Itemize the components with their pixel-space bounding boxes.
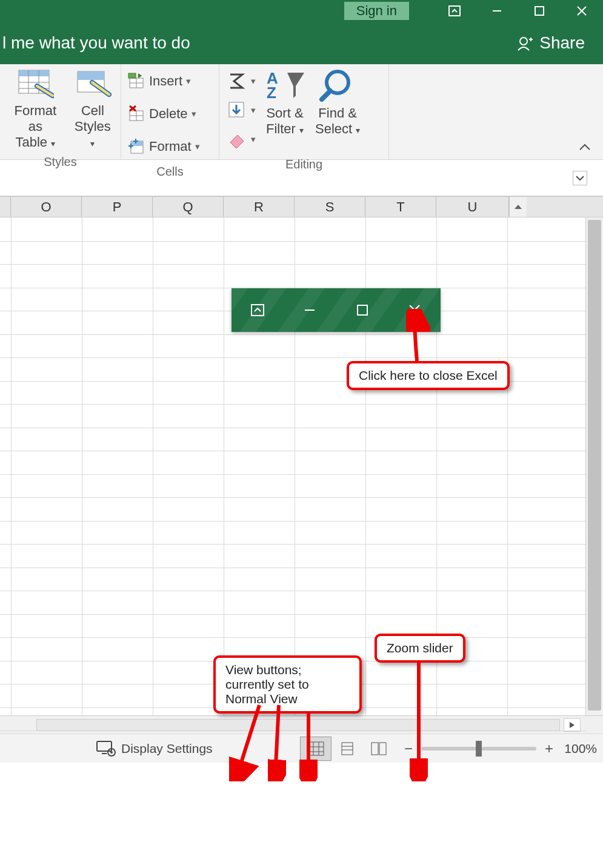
status-bar: Display Settings − + 100% xyxy=(0,734,603,763)
zoom-out-button[interactable]: − xyxy=(402,740,415,757)
share-button[interactable]: Share xyxy=(516,33,603,53)
tell-me-bar: l me what you want to do Share xyxy=(0,22,603,64)
chevron-down-icon: ▾ xyxy=(299,125,304,135)
popup-ribbon-options-button[interactable] xyxy=(232,288,284,332)
insert-button[interactable]: Insert ▾ xyxy=(126,67,192,96)
window-titlebar: Sign in xyxy=(0,0,603,22)
autosum-button[interactable]: ▾ xyxy=(224,67,257,96)
popup-close-button[interactable] xyxy=(388,288,441,332)
share-icon xyxy=(516,35,533,51)
column-header[interactable]: U xyxy=(436,197,509,217)
popup-maximize-button[interactable] xyxy=(336,288,388,332)
find-select-label-2: Select xyxy=(315,121,352,136)
page-layout-icon xyxy=(338,741,356,757)
cell-styles-button[interactable]: Cell Styles ▾ xyxy=(70,67,116,151)
svg-rect-19 xyxy=(128,73,136,78)
fill-button[interactable]: ▾ xyxy=(224,96,257,125)
sort-filter-label-2: Filter xyxy=(266,121,296,136)
svg-rect-48 xyxy=(358,305,367,315)
chevron-down-icon: ▾ xyxy=(195,141,200,152)
eraser-icon xyxy=(225,129,247,150)
column-header[interactable]: T xyxy=(365,197,436,217)
insert-cells-icon xyxy=(127,72,145,90)
zoom-slider[interactable] xyxy=(421,747,536,750)
sort-filter-label-1: Sort & xyxy=(266,105,303,121)
zoom-percent-label[interactable]: 100% xyxy=(556,741,598,756)
column-header[interactable]: R xyxy=(224,197,295,217)
find-select-button[interactable]: Find & Select ▾ xyxy=(313,67,362,138)
cell-styles-label-2: Styles xyxy=(75,119,111,134)
svg-rect-46 xyxy=(252,305,264,316)
triangle-right-icon xyxy=(568,721,576,729)
column-header[interactable]: S xyxy=(295,197,365,217)
minimize-icon xyxy=(302,302,318,318)
clear-button[interactable]: ▾ xyxy=(224,125,257,154)
vscroll-thumb[interactable] xyxy=(588,220,601,711)
column-header[interactable]: Q xyxy=(153,197,224,217)
page-break-preview-button[interactable] xyxy=(363,737,395,761)
column-header[interactable]: O xyxy=(11,197,82,217)
titlebar-popup xyxy=(232,288,441,332)
sign-in-button[interactable]: Sign in xyxy=(344,2,409,20)
close-icon xyxy=(575,4,589,18)
format-cells-icon xyxy=(127,137,145,156)
ribbon-group-cells: Insert ▾ Delete ▾ xyxy=(121,64,219,159)
popup-minimize-button[interactable] xyxy=(284,288,336,332)
ribbon-group-styles: Format as Table ▾ Cell Styles ▾ Styles xyxy=(0,64,121,159)
svg-point-35 xyxy=(110,751,113,754)
page-layout-view-button[interactable] xyxy=(331,737,363,761)
svg-rect-41 xyxy=(342,743,353,755)
column-header[interactable]: P xyxy=(82,197,153,217)
chevron-down-icon: ▾ xyxy=(251,134,256,145)
ribbon-group-label: Styles xyxy=(5,151,116,170)
fill-down-icon xyxy=(225,100,247,121)
sigma-icon xyxy=(225,71,247,91)
normal-view-icon xyxy=(307,741,325,757)
col-gutter xyxy=(0,197,11,217)
format-label: Format xyxy=(149,139,192,154)
page-break-icon xyxy=(370,741,388,757)
find-select-label-1: Find & xyxy=(318,105,357,121)
hscroll-track[interactable] xyxy=(36,719,560,731)
display-settings-button[interactable]: Display Settings xyxy=(5,740,213,757)
delete-button[interactable]: Delete ▾ xyxy=(126,99,198,128)
display-settings-icon xyxy=(96,740,116,757)
ribbon-display-options-button[interactable] xyxy=(433,0,476,22)
svg-rect-9 xyxy=(19,70,49,76)
minimize-button[interactable] xyxy=(476,0,518,22)
format-button[interactable]: Format ▾ xyxy=(126,132,201,161)
svg-rect-36 xyxy=(308,742,324,755)
sort-filter-icon: A Z xyxy=(263,68,307,102)
chevron-down-icon: ▾ xyxy=(192,108,196,119)
share-label: Share xyxy=(539,33,585,53)
collapse-ribbon-button[interactable] xyxy=(578,141,592,154)
svg-text:Z: Z xyxy=(267,84,276,102)
zoom-in-button[interactable]: + xyxy=(542,740,556,757)
zoom-slider-thumb[interactable] xyxy=(476,741,482,757)
maximize-button[interactable] xyxy=(518,0,561,22)
delete-label: Delete xyxy=(149,106,188,122)
close-icon xyxy=(407,302,422,318)
ribbon-group-editing: ▾ ▾ ▾ A Z xyxy=(219,64,389,159)
vertical-scrollbar[interactable] xyxy=(585,217,603,715)
chevron-down-icon: ▾ xyxy=(90,139,95,148)
scroll-up-icon[interactable] xyxy=(513,202,524,213)
svg-point-5 xyxy=(520,38,527,45)
close-button[interactable] xyxy=(561,0,603,22)
tell-me-input[interactable]: l me what you want to do xyxy=(0,33,190,53)
chevron-down-icon: ▾ xyxy=(356,125,360,135)
vscroll-header-gap xyxy=(509,197,527,217)
format-as-table-button[interactable]: Format as Table ▾ xyxy=(5,67,66,151)
chevron-down-icon: ▾ xyxy=(251,105,256,116)
format-as-table-label-2: Table xyxy=(15,134,47,150)
ribbon-group-label: Cells xyxy=(126,161,214,180)
normal-view-button[interactable] xyxy=(300,737,331,761)
chevron-down-icon xyxy=(575,174,585,182)
ribbon-options-icon xyxy=(250,302,265,318)
svg-rect-26 xyxy=(131,141,143,146)
hscroll-right-button[interactable] xyxy=(564,718,581,732)
svg-rect-2 xyxy=(535,7,544,15)
sort-filter-button[interactable]: A Z Sort & Filter ▾ xyxy=(261,67,309,138)
ribbon-group-label: Editing xyxy=(224,154,384,173)
expand-formula-bar-button[interactable] xyxy=(573,171,587,185)
